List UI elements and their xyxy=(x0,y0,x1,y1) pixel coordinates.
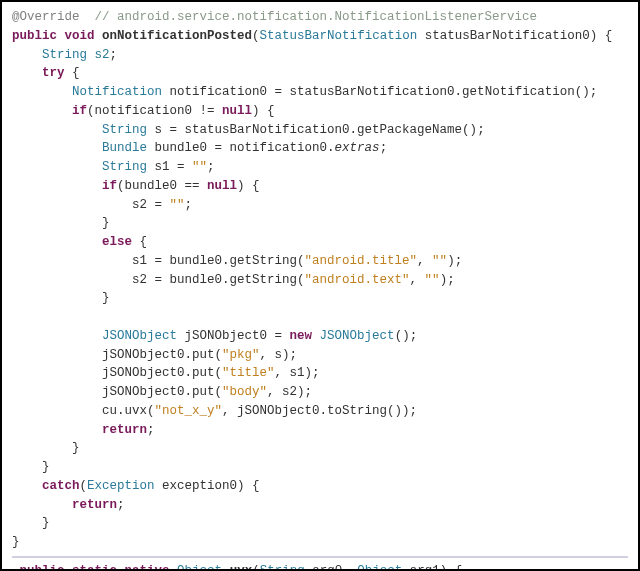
code-line: String s1 = ""; xyxy=(12,158,628,177)
string: "" xyxy=(170,198,185,212)
code-line: } xyxy=(12,533,628,552)
string: "title" xyxy=(222,366,275,380)
code-line: else { xyxy=(12,233,628,252)
type: JSONObject xyxy=(102,329,177,343)
method-name: uvx xyxy=(230,564,253,571)
cond: (notification0 != xyxy=(87,104,222,118)
string: "not_x_y" xyxy=(155,404,223,418)
var: jSONObject0 xyxy=(185,329,268,343)
assign: s1 = xyxy=(155,160,193,174)
string: "" xyxy=(192,160,207,174)
annotation: @Override xyxy=(12,10,80,24)
type: Object xyxy=(357,564,402,571)
type: StatusBarNotification xyxy=(260,29,418,43)
divider xyxy=(12,556,628,558)
keyword: null xyxy=(207,179,237,193)
code-line: return; xyxy=(12,496,628,515)
keyword: void xyxy=(65,29,95,43)
code-line: s1 = bundle0.getString("android.title", … xyxy=(12,252,628,271)
code-line: jSONObject0.put("body", s2); xyxy=(12,383,628,402)
field: extras xyxy=(335,141,380,155)
sep: , s); xyxy=(260,348,298,362)
code-line: } xyxy=(12,289,628,308)
param: statusBarNotification0 xyxy=(425,29,590,43)
var: exception0 xyxy=(162,479,237,493)
type: JSONObject xyxy=(320,329,395,343)
code-line: if(bundle0 == null) { xyxy=(12,177,628,196)
code-line: Bundle bundle0 = notification0.extras; xyxy=(12,139,628,158)
var: bundle0 xyxy=(155,141,208,155)
cond: (bundle0 == xyxy=(117,179,207,193)
call: notification0. xyxy=(230,141,335,155)
method-name: onNotificationPosted xyxy=(102,29,252,43)
assign: s1 = bundle0.getString( xyxy=(132,254,305,268)
code-line: s2 = bundle0.getString("android.text", "… xyxy=(12,271,628,290)
call: jSONObject0.put( xyxy=(102,366,222,380)
code-line: public static native Object uvx(String a… xyxy=(12,562,628,571)
sep: , s1); xyxy=(275,366,320,380)
code-line: public void onNotificationPosted(StatusB… xyxy=(12,27,628,46)
call: statusBarNotification0.getPackageName() xyxy=(185,123,478,137)
code-line: @Override // android.service.notificatio… xyxy=(12,8,628,27)
sep: , xyxy=(410,273,425,287)
string: "android.title" xyxy=(305,254,418,268)
type: String xyxy=(102,123,147,137)
comment: // android.service.notification.Notifica… xyxy=(95,10,538,24)
code-line: String s = statusBarNotification0.getPac… xyxy=(12,121,628,140)
code-line: jSONObject0.put("pkg", s); xyxy=(12,346,628,365)
type: String xyxy=(102,160,147,174)
declaration: String s2 xyxy=(42,48,110,62)
var: notification0 xyxy=(170,85,268,99)
param: arg0 xyxy=(312,564,342,571)
string: "" xyxy=(425,273,440,287)
code-line: cu.uvx("not_x_y", jSONObject0.toString()… xyxy=(12,402,628,421)
keyword: if xyxy=(72,104,87,118)
keyword: public xyxy=(20,564,65,571)
call: jSONObject0.put( xyxy=(102,348,222,362)
keyword: try xyxy=(42,66,65,80)
string: "pkg" xyxy=(222,348,260,362)
keyword: native xyxy=(125,564,170,571)
code-line: jSONObject0.put("title", s1); xyxy=(12,364,628,383)
keyword: public xyxy=(12,29,57,43)
sep: , s2); xyxy=(267,385,312,399)
type: Exception xyxy=(87,479,155,493)
code-line: } xyxy=(12,439,628,458)
var: s xyxy=(155,123,163,137)
code-block: @Override // android.service.notificatio… xyxy=(0,0,640,571)
code-line: String s2; xyxy=(12,46,628,65)
keyword: return xyxy=(72,498,117,512)
assign: s2 = xyxy=(132,198,170,212)
code-line: if(notification0 != null) { xyxy=(12,102,628,121)
param: arg1 xyxy=(410,564,440,571)
string: "android.text" xyxy=(305,273,410,287)
keyword: if xyxy=(102,179,117,193)
code-line: s2 = ""; xyxy=(12,196,628,215)
keyword: return xyxy=(102,423,147,437)
keyword: new xyxy=(290,329,313,343)
type: Notification xyxy=(72,85,162,99)
code-line: return; xyxy=(12,421,628,440)
keyword: catch xyxy=(42,479,80,493)
sep: , jSONObject0.toString()); xyxy=(222,404,417,418)
code-line: Notification notification0 = statusBarNo… xyxy=(12,83,628,102)
type: String xyxy=(260,564,305,571)
code-line: catch(Exception exception0) { xyxy=(12,477,628,496)
call: jSONObject0.put( xyxy=(102,385,222,399)
code-line: JSONObject jSONObject0 = new JSONObject(… xyxy=(12,327,628,346)
keyword: else xyxy=(102,235,132,249)
call: cu.uvx( xyxy=(102,404,155,418)
assign: s2 = bundle0.getString( xyxy=(132,273,305,287)
type: Object xyxy=(177,564,222,571)
keyword: static xyxy=(72,564,117,571)
type: Bundle xyxy=(102,141,147,155)
code-line: } xyxy=(12,514,628,533)
code-line: try { xyxy=(12,64,628,83)
sep: , xyxy=(417,254,432,268)
code-line: } xyxy=(12,214,628,233)
string: "body" xyxy=(222,385,267,399)
code-line: } xyxy=(12,458,628,477)
string: "" xyxy=(432,254,447,268)
code-line xyxy=(12,308,628,327)
keyword: null xyxy=(222,104,252,118)
